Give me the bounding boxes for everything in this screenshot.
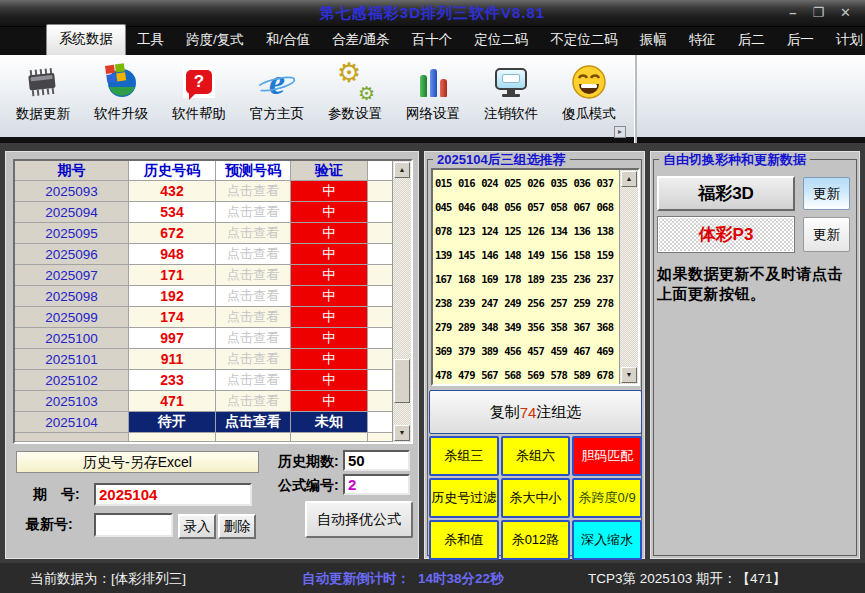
gears-icon: ⚙⚙ (337, 61, 373, 103)
kill-big-mid-small-button[interactable]: 杀大中小 (501, 478, 571, 518)
table-header-row: 期号 历史号码 预测号码 验证 (15, 161, 392, 181)
toolbar-network-settings[interactable]: 网络设置 (394, 61, 472, 139)
tab-position-2code[interactable]: 定位二码 (463, 26, 539, 55)
view-predict-link[interactable]: 点击查看 (216, 223, 291, 244)
table-row-empty (15, 433, 392, 442)
deep-shrink-button[interactable]: 深入缩水 (572, 520, 642, 560)
history-table: 期号 历史号码 预测号码 验证 2025093 432 点击查看 中 (13, 159, 413, 444)
copy-groups-button[interactable]: 复制74注组选 (429, 390, 642, 434)
toolbar-overflow-icon[interactable]: ▸ (614, 126, 626, 138)
kill-span-09-button[interactable]: 杀跨度0/9 (572, 478, 642, 518)
delete-button[interactable]: 删除 (218, 514, 256, 539)
tab-hundred-ten[interactable]: 百十个 (401, 26, 464, 55)
latest-number-input[interactable] (94, 513, 173, 537)
switch-lottery-panel: 自由切换彩种和更新数据 福彩3D 更新 体彩P3 更新 如果数据更新不及时请点击… (650, 151, 860, 559)
tab-last-one[interactable]: 后一 (776, 26, 825, 55)
auto-update-countdown: 自动更新倒计时：14时38分22秒 (302, 570, 504, 588)
table-row[interactable]: 2025102 233 点击查看 中 (15, 370, 392, 391)
recommend-numbers-text[interactable]: 015 016 024 025 026 035 036 037 045 046 … (435, 171, 618, 383)
table-row-pending-selected[interactable]: 2025104 待开 点击查看 未知 (15, 412, 392, 433)
scroll-down-icon[interactable]: ▼ (394, 425, 410, 441)
restore-button[interactable]: ❐ (812, 5, 824, 21)
view-predict-link[interactable]: 点击查看 (216, 391, 291, 412)
table-row[interactable]: 2025097 171 点击查看 中 (15, 265, 392, 286)
tab-plan[interactable]: 计划 (825, 26, 865, 55)
table-row[interactable]: 2025101 911 点击查看 中 (15, 349, 392, 370)
view-predict-link[interactable]: 点击查看 (216, 307, 291, 328)
table-row[interactable]: 2025094 534 点击查看 中 (15, 202, 392, 223)
view-predict-link[interactable]: 点击查看 (216, 370, 291, 391)
col-header-predict: 预测号码 (216, 161, 291, 181)
verify-badge: 中 (291, 349, 368, 370)
kill-group3-button[interactable]: 杀组三 (429, 436, 499, 476)
toolbar-data-update[interactable]: 数据更新 (4, 61, 82, 139)
recommend-panel: 2025104后三组选推荐 015 016 024 025 026 035 03… (424, 151, 645, 559)
toolbar-software-upgrade[interactable]: 软件升级 (82, 61, 160, 139)
tab-system-data[interactable]: 系统数据 (46, 24, 126, 55)
table-row[interactable]: 2025095 672 点击查看 中 (15, 223, 392, 244)
kill-sum-button[interactable]: 杀和值 (429, 520, 499, 560)
fucai-3d-button[interactable]: 福彩3D (657, 176, 795, 211)
tab-span-duplex[interactable]: 跨度/复式 (175, 26, 255, 55)
numbers-scrollbar[interactable]: ▲ ▼ (619, 170, 638, 384)
minimize-button[interactable]: – (789, 5, 796, 21)
recommend-numbers-box[interactable]: 015 016 024 025 026 035 036 037 045 046 … (431, 168, 640, 386)
recommend-group-title: 2025104后三组选推荐 (433, 152, 570, 167)
history-filter-button[interactable]: 历史号过滤 (429, 478, 499, 518)
tab-last-two[interactable]: 后二 (727, 26, 776, 55)
period-input[interactable] (94, 483, 252, 506)
toolbar-official-homepage[interactable]: e 官方主页 (238, 61, 316, 139)
toolbar-logout-software[interactable]: 注销软件 (472, 61, 550, 139)
tab-tools[interactable]: 工具 (126, 26, 175, 55)
view-predict-link[interactable]: 点击查看 (216, 202, 291, 223)
view-predict-link[interactable]: 点击查看 (216, 244, 291, 265)
history-count-input[interactable] (343, 450, 410, 471)
table-row[interactable]: 2025103 471 点击查看 中 (15, 391, 392, 412)
tab-sum-value[interactable]: 和/合值 (255, 26, 321, 55)
formula-number-label: 公式编号: (278, 477, 339, 495)
view-predict-link[interactable]: 点击查看 (216, 181, 291, 202)
toolbar-software-help[interactable]: ? 软件帮助 (160, 61, 238, 139)
period-label: 期 号: (33, 486, 80, 504)
table-row[interactable]: 2025096 948 点击查看 中 (15, 244, 392, 265)
verify-badge: 中 (291, 244, 368, 265)
toolbar-parameter-settings[interactable]: ⚙⚙ 参数设置 (316, 61, 394, 139)
table-row[interactable]: 2025093 432 点击查看 中 (15, 181, 392, 202)
tab-diff-kill[interactable]: 合差/通杀 (321, 26, 401, 55)
dan-match-button[interactable]: 胆码匹配 (572, 436, 642, 476)
col-header-period: 期号 (15, 161, 129, 181)
verify-badge: 中 (291, 202, 368, 223)
tab-feature[interactable]: 特征 (678, 26, 727, 55)
enter-button[interactable]: 录入 (178, 514, 216, 539)
table-row[interactable]: 2025100 997 点击查看 中 (15, 328, 392, 349)
table-row[interactable]: 2025099 174 点击查看 中 (15, 307, 392, 328)
verify-badge: 中 (291, 370, 368, 391)
table-row[interactable]: 2025098 192 点击查看 中 (15, 286, 392, 307)
formula-number-input[interactable] (343, 474, 410, 495)
view-predict-link[interactable]: 点击查看 (216, 286, 291, 307)
update-fucai-button[interactable]: 更新 (803, 177, 850, 210)
col-header-verify: 验证 (291, 161, 368, 181)
scroll-down-icon[interactable]: ▼ (621, 367, 637, 383)
latest-draw-status: TCP3第 2025103 期开：【471】 (588, 570, 786, 588)
col-header-history: 历史号码 (129, 161, 216, 181)
scroll-up-icon[interactable]: ▲ (621, 171, 637, 187)
view-predict-link[interactable]: 点击查看 (216, 412, 291, 433)
kill-012-route-button[interactable]: 杀012路 (501, 520, 571, 560)
view-predict-link[interactable]: 点击查看 (216, 265, 291, 286)
table-scrollbar[interactable]: ▲ ▼ (392, 161, 411, 442)
view-predict-link[interactable]: 点击查看 (216, 349, 291, 370)
view-predict-link[interactable]: 点击查看 (216, 328, 291, 349)
update-ticai-button[interactable]: 更新 (803, 217, 850, 252)
export-excel-button[interactable]: 历史号-另存Excel (16, 451, 259, 473)
scrollbar-thumb[interactable] (394, 359, 410, 403)
tab-amplitude[interactable]: 振幅 (629, 26, 678, 55)
kill-group6-button[interactable]: 杀组六 (501, 436, 571, 476)
tab-nonposition-2code[interactable]: 不定位二码 (539, 26, 629, 55)
monitor-icon (495, 61, 527, 103)
ticai-p3-button[interactable]: 体彩P3 (657, 216, 795, 253)
scroll-up-icon[interactable]: ▲ (394, 162, 410, 178)
auto-formula-button[interactable]: 自动择优公式 (305, 501, 413, 538)
history-panel: 期号 历史号码 预测号码 验证 2025093 432 点击查看 中 (5, 151, 419, 559)
close-button[interactable]: ✕ (840, 5, 851, 21)
